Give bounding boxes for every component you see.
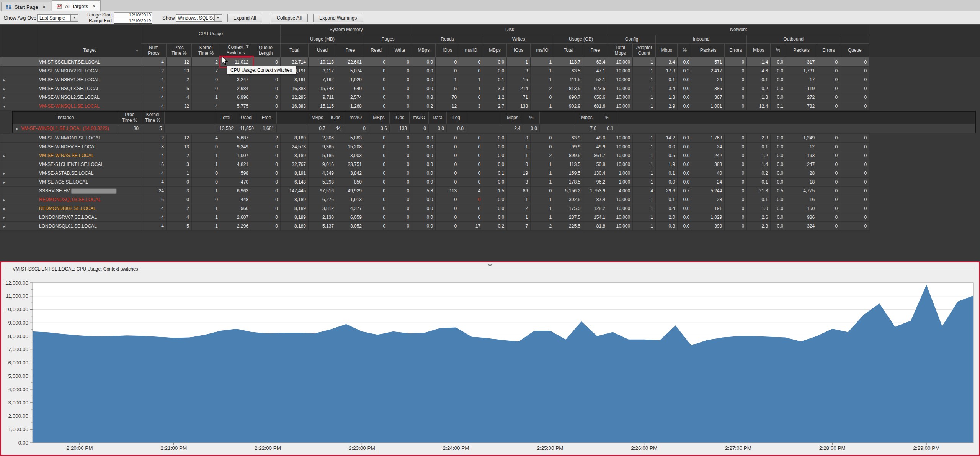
cell[interactable]: 1 (507, 57, 531, 67)
cell[interactable]: 0.7 (678, 187, 692, 195)
cell[interactable]: 0.0 (678, 222, 692, 231)
cell[interactable]: 5 (167, 84, 192, 93)
target-name-cell[interactable]: VM-SE-WINMON1.SE.LOCAL (38, 134, 141, 143)
cell[interactable]: 10,000 (608, 57, 633, 67)
cell[interactable]: 63.5 (554, 67, 583, 75)
cell[interactable]: 0 (192, 195, 220, 204)
cell[interactable]: 0 (388, 93, 412, 102)
row-expander-cell[interactable] (0, 134, 38, 143)
cell[interactable]: 1 (192, 187, 220, 195)
cell[interactable]: 5.8 (412, 187, 436, 195)
cell[interactable]: 5,074 (336, 67, 364, 75)
cell[interactable]: 0 (251, 75, 281, 84)
cell[interactable]: 6 (141, 195, 167, 204)
cell[interactable]: 1 (633, 160, 656, 169)
cell[interactable]: 0 (725, 67, 747, 75)
cell[interactable]: 0 (531, 143, 554, 151)
cell[interactable]: 5 (167, 222, 192, 231)
cell[interactable]: 0.0 (771, 57, 786, 67)
cell[interactable]: 175.5 (554, 204, 583, 213)
cell[interactable]: 0 (251, 93, 281, 102)
cell[interactable]: 0 (840, 134, 869, 143)
cell[interactable]: 13,532 (215, 124, 236, 133)
column-header[interactable]: Read (364, 44, 388, 57)
cell[interactable]: 3,812 (309, 204, 336, 213)
context-switches-area-chart[interactable]: 0.001,000.002,000.003,000.004,000.005,00… (1, 272, 979, 455)
column-header[interactable]: Mbps (502, 111, 523, 124)
cell[interactable]: 0.0 (678, 93, 692, 102)
cell[interactable]: 10,000 (608, 204, 633, 213)
cell[interactable]: 0 (251, 178, 281, 187)
cell[interactable]: 3.3 (483, 84, 507, 93)
cell[interactable]: 63.9 (554, 134, 583, 143)
cell[interactable]: 0 (817, 178, 840, 187)
cell[interactable]: 3 (507, 178, 531, 187)
cell[interactable]: 10,000 (608, 151, 633, 160)
column-header[interactable]: % (599, 111, 616, 124)
cell[interactable]: 0 (436, 222, 459, 231)
cell[interactable]: 0.1 (656, 195, 678, 204)
target-name-cell[interactable]: VM-SE-WINDEV.SE.LOCAL (38, 143, 141, 151)
cell[interactable]: 470 (220, 178, 251, 187)
cell[interactable]: 399 (692, 222, 725, 231)
cell[interactable] (277, 124, 307, 133)
cell[interactable]: 0.0 (447, 124, 466, 133)
cell[interactable]: 247 (786, 160, 817, 169)
cell[interactable]: 902.9 (554, 102, 583, 111)
cell[interactable]: 0.0 (412, 169, 436, 178)
cell[interactable]: 681.6 (583, 102, 608, 111)
cell[interactable]: 0 (364, 187, 388, 195)
cell[interactable]: 0 (817, 67, 840, 75)
target-name-cell[interactable]: LONDONSQL01.SE.LOCAL (38, 222, 141, 231)
column-header[interactable]: Total (554, 44, 583, 57)
cell[interactable]: 0 (459, 195, 483, 204)
cell[interactable]: 0.0 (412, 75, 436, 84)
cell[interactable]: 0.0 (412, 84, 436, 93)
expand-warnings-button[interactable]: Expand Warnings (313, 14, 363, 22)
cell[interactable]: 1,007 (220, 151, 251, 160)
cell[interactable]: 0 (531, 93, 554, 102)
cell[interactable]: 0.0 (412, 67, 436, 75)
cell[interactable]: 96.2 (583, 178, 608, 187)
cell[interactable]: 138 (507, 102, 531, 111)
cell[interactable]: 4 (141, 222, 167, 231)
cell[interactable]: 4 (167, 93, 192, 102)
cell[interactable]: 0.1 (771, 102, 786, 111)
target-name-cell[interactable]: VM-SE-WINSQL1.SE.LOCAL (38, 102, 141, 111)
cell[interactable]: 5,156.2 (554, 187, 583, 195)
cell[interactable]: 0.0 (771, 84, 786, 93)
cell[interactable]: 5,883 (336, 134, 364, 143)
cell[interactable]: 0.0 (771, 67, 786, 75)
cell[interactable]: 3,247 (220, 75, 251, 84)
cell[interactable]: 0 (840, 195, 869, 204)
cell[interactable]: 0 (388, 178, 412, 187)
cell[interactable]: 2.3 (747, 222, 771, 231)
row-expander-cell[interactable]: ▸ (0, 222, 38, 231)
column-header[interactable]: Used (236, 111, 256, 124)
cell[interactable]: 4,349 (309, 169, 336, 178)
cell[interactable]: 3.4 (656, 57, 678, 67)
cell[interactable]: 89 (507, 187, 531, 195)
cell[interactable]: 0 (817, 151, 840, 160)
cell[interactable]: 1 (633, 93, 656, 102)
cell[interactable]: 0.0 (412, 178, 436, 187)
cell[interactable]: 0.1 (747, 75, 771, 84)
cell[interactable]: 24 (692, 75, 725, 84)
cell[interactable]: 1 (507, 195, 531, 204)
cell[interactable]: 49,929 (336, 187, 364, 195)
cell[interactable]: 17 (786, 75, 817, 84)
cell[interactable]: 4 (633, 187, 656, 195)
cell[interactable]: 111.5 (554, 75, 583, 84)
cell[interactable]: 5,775 (220, 102, 251, 111)
cell[interactable]: 22,601 (336, 57, 364, 67)
row-expander-cell[interactable]: ▸ (0, 195, 38, 204)
column-header[interactable]: Packets (692, 44, 725, 57)
cell[interactable]: 4 (192, 102, 220, 111)
row-expander-cell[interactable] (0, 67, 38, 75)
cell[interactable]: 2,417 (692, 67, 725, 75)
table-row[interactable]: ▸REDMONDBI02.SE.LOCAL42196608,1893,8124,… (0, 204, 980, 213)
cell[interactable]: 8 (141, 143, 167, 151)
cell[interactable]: 1 (531, 195, 554, 204)
cell[interactable]: 0 (840, 143, 869, 151)
cell[interactable]: 5 (436, 84, 459, 93)
